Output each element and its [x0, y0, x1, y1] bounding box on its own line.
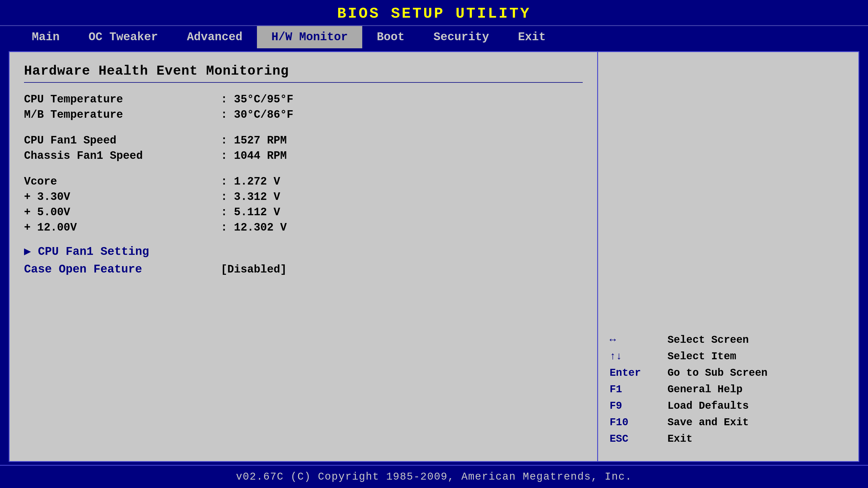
v1200-row: + 12.00V 12.302 V [24, 221, 583, 234]
v500-label: + 5.00V [24, 206, 221, 218]
key-f9: F9 [610, 400, 668, 412]
key-desc-select-screen: Select Screen [668, 334, 749, 346]
v1200-value: 12.302 V [221, 221, 287, 234]
cpu-fan-speed-row: CPU Fan1 Speed 1527 RPM [24, 134, 583, 147]
chassis-fan-speed-row: Chassis Fan1 Speed 1044 RPM [24, 150, 583, 162]
key-desc-f1: General Help [668, 384, 742, 395]
vcore-row: Vcore 1.272 V [24, 175, 583, 188]
left-panel: Hardware Health Event Monitoring CPU Tem… [9, 52, 598, 461]
v330-row: + 3.30V 3.312 V [24, 191, 583, 203]
menu-advanced[interactable]: Advanced [173, 26, 257, 48]
case-open-row: Case Open Feature [Disabled] [24, 263, 583, 276]
section-title: Hardware Health Event Monitoring [24, 64, 583, 79]
key-desc-f9: Load Defaults [668, 400, 749, 412]
key-desc-esc: Exit [668, 433, 692, 445]
menu-main[interactable]: Main [18, 26, 74, 48]
key-esc: ESC [610, 433, 668, 445]
v1200-label: + 12.00V [24, 221, 221, 234]
cpu-fan-speed-label: CPU Fan1 Speed [24, 134, 221, 147]
cpu-temperature-label: CPU Temperature [24, 93, 221, 106]
case-open-label[interactable]: Case Open Feature [24, 263, 221, 276]
menu-boot[interactable]: Boot [362, 26, 419, 48]
footer: v02.67C (C) Copyright 1985-2009, America… [0, 465, 868, 488]
key-desc-enter: Go to Sub Screen [668, 367, 768, 379]
cpu-fan1-setting-submenu[interactable]: CPU Fan1 Setting [24, 244, 583, 258]
menu-exit[interactable]: Exit [503, 26, 560, 48]
vcore-value: 1.272 V [221, 175, 280, 188]
key-row-f9: F9 Load Defaults [610, 400, 847, 412]
key-desc-select-item: Select Item [668, 351, 736, 362]
key-f1: F1 [610, 384, 668, 395]
v330-label: + 3.30V [24, 191, 221, 203]
v500-row: + 5.00V 5.112 V [24, 206, 583, 218]
key-row-enter: Enter Go to Sub Screen [610, 367, 847, 379]
key-row-f1: F1 General Help [610, 384, 847, 395]
key-row-f10: F10 Save and Exit [610, 417, 847, 428]
bios-title: BIOS SETUP UTILITY [337, 5, 531, 22]
key-row-select-screen: ↔ Select Screen [610, 334, 847, 346]
footer-text: v02.67C (C) Copyright 1985-2009, America… [236, 471, 632, 483]
case-open-value: [Disabled] [221, 263, 287, 276]
key-enter: Enter [610, 367, 668, 379]
key-arrow-ud: ↑↓ [610, 351, 668, 362]
content-area: Hardware Health Event Monitoring CPU Tem… [9, 51, 859, 462]
menu-security[interactable]: Security [419, 26, 503, 48]
cpu-temperature-row: CPU Temperature 35°C/95°F [24, 93, 583, 106]
mb-temperature-value: 30°C/86°F [221, 108, 293, 121]
spacer1 [24, 124, 583, 134]
title-bar: BIOS SETUP UTILITY [0, 0, 868, 25]
v500-value: 5.112 V [221, 206, 280, 218]
menu-hw-monitor[interactable]: H/W Monitor [257, 26, 362, 48]
right-panel: ↔ Select Screen ↑↓ Select Item Enter Go … [598, 52, 859, 461]
mb-temperature-label: M/B Temperature [24, 108, 221, 121]
cpu-temperature-value: 35°C/95°F [221, 93, 293, 106]
key-row-esc: ESC Exit [610, 433, 847, 445]
key-help: ↔ Select Screen ↑↓ Select Item Enter Go … [610, 334, 847, 450]
key-desc-f10: Save and Exit [668, 417, 749, 428]
v330-value: 3.312 V [221, 191, 280, 203]
key-f10: F10 [610, 417, 668, 428]
mb-temperature-row: M/B Temperature 30°C/86°F [24, 108, 583, 121]
section-divider [24, 82, 583, 83]
cpu-fan-speed-value: 1527 RPM [221, 134, 287, 147]
bios-screen: BIOS SETUP UTILITY Main OC Tweaker Advan… [0, 0, 868, 488]
key-arrow-lr: ↔ [610, 334, 668, 346]
key-row-select-item: ↑↓ Select Item [610, 351, 847, 362]
chassis-fan-speed-label: Chassis Fan1 Speed [24, 150, 221, 162]
chassis-fan-speed-value: 1044 RPM [221, 150, 287, 162]
vcore-label: Vcore [24, 175, 221, 188]
spacer2 [24, 165, 583, 175]
menu-bar: Main OC Tweaker Advanced H/W Monitor Boo… [0, 25, 868, 48]
menu-oc-tweaker[interactable]: OC Tweaker [74, 26, 173, 48]
